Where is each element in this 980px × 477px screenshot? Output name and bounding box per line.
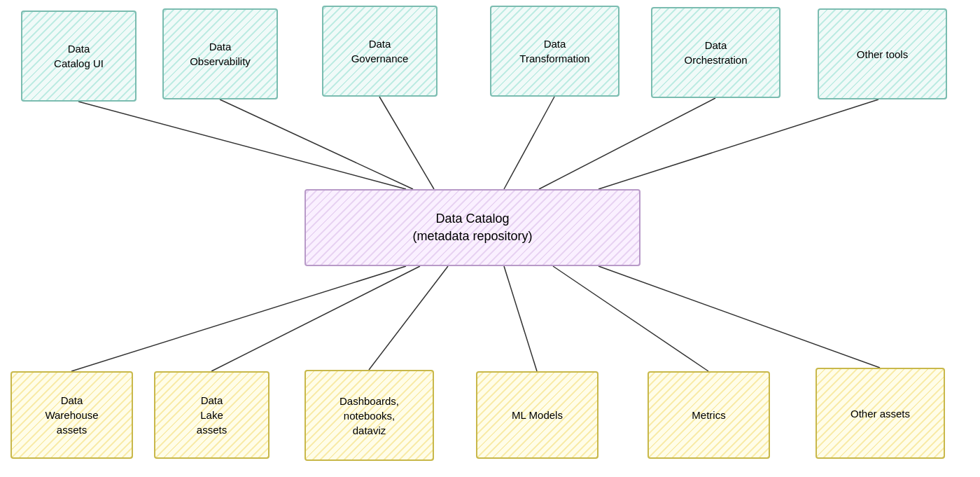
svg-line-0 xyxy=(78,102,406,189)
transformation-label: DataTransformation xyxy=(519,36,589,66)
svg-line-8 xyxy=(369,266,448,370)
metrics-label: Metrics xyxy=(692,408,725,422)
svg-line-2 xyxy=(379,97,434,189)
svg-line-3 xyxy=(504,97,554,189)
lake-label: DataLakeassets xyxy=(197,393,227,437)
diagram-container: DataCatalog UI DataObservability DataGov… xyxy=(0,0,980,477)
svg-line-10 xyxy=(553,266,708,371)
node-center-catalog: Data Catalog (metadata repository) xyxy=(304,189,640,266)
node-other-assets: Other assets xyxy=(816,368,945,459)
node-transformation: DataTransformation xyxy=(490,6,620,97)
svg-line-6 xyxy=(71,266,406,371)
svg-line-4 xyxy=(539,98,715,189)
ml-models-label: ML Models xyxy=(512,408,563,422)
svg-line-1 xyxy=(220,99,413,189)
other-assets-label: Other assets xyxy=(850,406,910,421)
center-line2: (metadata repository) xyxy=(412,229,532,243)
node-catalog-ui: DataCatalog UI xyxy=(21,11,136,102)
node-lake: DataLakeassets xyxy=(154,371,270,459)
svg-line-9 xyxy=(504,266,537,371)
center-line1: Data Catalog xyxy=(435,212,509,226)
node-ml-models: ML Models xyxy=(476,371,598,459)
node-metrics: Metrics xyxy=(648,371,770,459)
node-other-tools: Other tools xyxy=(818,8,947,99)
svg-line-5 xyxy=(598,99,878,189)
node-observability: DataObservability xyxy=(162,8,278,99)
svg-line-7 xyxy=(211,266,420,371)
observability-label: DataObservability xyxy=(190,39,251,69)
other-tools-label: Other tools xyxy=(857,47,908,62)
catalog-ui-label: DataCatalog UI xyxy=(54,41,104,71)
node-governance: DataGovernance xyxy=(322,6,438,97)
center-label: Data Catalog (metadata repository) xyxy=(412,210,532,245)
node-dashboards: Dashboards,notebooks,dataviz xyxy=(304,370,434,461)
orchestration-label: DataOrchestration xyxy=(684,38,747,67)
warehouse-label: DataWarehouseassets xyxy=(45,393,98,437)
node-orchestration: DataOrchestration xyxy=(651,7,780,98)
svg-line-11 xyxy=(598,266,880,368)
node-warehouse: DataWarehouseassets xyxy=(10,371,133,459)
dashboards-label: Dashboards,notebooks,dataviz xyxy=(340,394,399,438)
governance-label: DataGovernance xyxy=(351,36,409,66)
